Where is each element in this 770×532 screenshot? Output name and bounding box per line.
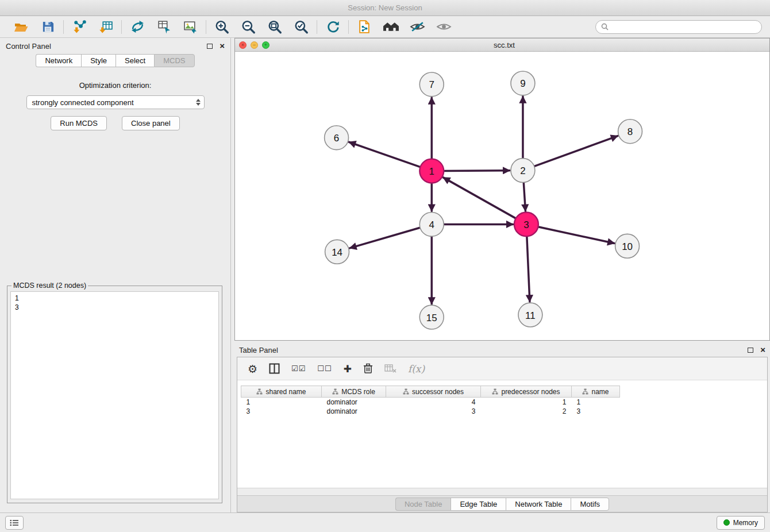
node-1[interactable]: 1 <box>419 159 444 183</box>
edge-1-2[interactable] <box>444 171 510 171</box>
table-cell[interactable]: dominator <box>322 407 386 416</box>
refresh-layout-button[interactable] <box>324 18 341 36</box>
optimization-criterion-select[interactable]: strongly connected component <box>26 95 205 109</box>
table-row[interactable]: 3dominator323 <box>241 407 620 416</box>
table-cell[interactable]: 1 <box>481 398 572 407</box>
tab-style[interactable]: Style <box>81 54 116 67</box>
export-document-icon <box>357 20 372 34</box>
table-panel: Table Panel × ⚙ ☑☑ ☐☐ ✚ <box>234 343 770 512</box>
node-4[interactable]: 4 <box>419 212 444 236</box>
float-table-panel-icon[interactable] <box>748 348 753 353</box>
delete-table-button[interactable] <box>384 364 396 373</box>
column-header-name[interactable]: name <box>572 386 620 398</box>
column-header-successor-nodes[interactable]: successor nodes <box>386 386 481 398</box>
node-table-area[interactable]: shared nameMCDS rolesuccessor nodesprede… <box>237 380 767 488</box>
export-image-button[interactable] <box>182 18 199 36</box>
node-2[interactable]: 2 <box>511 159 535 183</box>
window-close-icon[interactable]: × <box>239 41 247 49</box>
table-tab-node-table[interactable]: Node Table <box>395 498 451 511</box>
edge-4-14[interactable] <box>350 228 420 248</box>
table-tab-edge-table[interactable]: Edge Table <box>451 498 506 511</box>
search-box[interactable] <box>595 20 762 34</box>
mcds-result-list[interactable]: 13 <box>10 291 219 499</box>
table-cell[interactable]: 1 <box>241 398 322 407</box>
edge-3-11[interactable] <box>527 237 530 302</box>
unselect-all-button[interactable]: ☐☐ <box>317 364 332 373</box>
import-network-from-database-button[interactable] <box>129 18 146 36</box>
mcds-result-item: 1 <box>15 294 214 303</box>
float-control-panel-icon[interactable] <box>207 44 213 49</box>
table-cell[interactable]: 4 <box>386 398 481 407</box>
tab-mcds[interactable]: MCDS <box>154 54 194 67</box>
network-window-titlebar[interactable]: × − + scc.txt <box>235 38 769 52</box>
memory-button[interactable]: Memory <box>717 516 765 530</box>
table-tab-network-table[interactable]: Network Table <box>506 498 571 511</box>
node-15[interactable]: 15 <box>419 305 444 329</box>
table-cell[interactable]: 2 <box>481 407 572 416</box>
zoom-out-button[interactable] <box>240 18 257 36</box>
create-network-view-button[interactable] <box>155 18 172 36</box>
close-panel-button[interactable]: Close panel <box>122 116 180 130</box>
close-control-panel-icon[interactable]: × <box>220 43 225 49</box>
svg-text:9: 9 <box>520 78 525 89</box>
selected-option: strongly connected component <box>32 98 196 107</box>
edge-2-3[interactable] <box>523 183 525 211</box>
edge-2-8[interactable] <box>535 136 618 167</box>
edge-3-10[interactable] <box>538 227 614 243</box>
add-row-button[interactable]: ✚ <box>344 363 352 375</box>
node-9[interactable]: 9 <box>511 71 535 95</box>
show-columns-button[interactable] <box>269 363 280 374</box>
table-cell[interactable]: 3 <box>241 407 322 416</box>
window-zoom-icon[interactable]: + <box>262 41 270 49</box>
table-settings-button[interactable]: ⚙ <box>248 363 257 375</box>
node-11[interactable]: 11 <box>518 303 542 327</box>
open-file-button[interactable] <box>13 18 30 36</box>
show-style-button[interactable] <box>409 18 426 36</box>
search-input[interactable] <box>611 23 756 31</box>
node-3[interactable]: 3 <box>514 212 538 236</box>
task-history-button[interactable] <box>5 516 24 530</box>
zoom-selected-button[interactable] <box>292 18 310 36</box>
node-7[interactable]: 7 <box>419 72 444 97</box>
import-table-icon <box>99 20 113 34</box>
delete-row-button[interactable] <box>363 363 373 374</box>
table-horizontal-scrollbar[interactable] <box>237 488 767 495</box>
column-header-predecessor-nodes[interactable]: predecessor nodes <box>481 386 572 398</box>
table-cell[interactable]: 3 <box>572 407 620 416</box>
edge-1-6[interactable] <box>349 142 419 167</box>
node-10[interactable]: 10 <box>615 234 640 258</box>
window-minimize-icon[interactable]: − <box>251 41 258 49</box>
node-8[interactable]: 8 <box>618 119 642 144</box>
close-table-panel-icon[interactable]: × <box>760 347 765 353</box>
node-14[interactable]: 14 <box>325 240 349 264</box>
zoom-out-icon <box>241 20 256 34</box>
edge-3-1[interactable] <box>443 178 515 218</box>
run-mcds-button[interactable]: Run MCDS <box>51 116 107 130</box>
table-cell[interactable]: 3 <box>386 407 481 416</box>
table-row[interactable]: 1dominator411 <box>241 398 620 407</box>
import-table-from-file-button[interactable] <box>97 18 114 36</box>
column-header-shared-name[interactable]: shared name <box>241 386 322 398</box>
zoom-fit-button[interactable] <box>266 18 283 36</box>
select-all-button[interactable]: ☑☑ <box>291 364 306 373</box>
first-neighbors-button[interactable] <box>382 18 399 36</box>
open-folder-icon <box>14 20 29 34</box>
column-tree-icon <box>332 388 338 395</box>
column-header-MCDS-role[interactable]: MCDS role <box>322 386 386 398</box>
table-cell[interactable]: 1 <box>572 398 620 407</box>
show-hide-graphics-button[interactable] <box>435 18 452 36</box>
network-canvas[interactable]: 7968124314101511 <box>235 52 769 340</box>
network-graph[interactable]: 7968124314101511 <box>235 52 769 340</box>
import-network-from-file-button[interactable] <box>71 18 88 36</box>
table-cell[interactable]: dominator <box>322 398 386 407</box>
export-network-button[interactable] <box>356 18 373 36</box>
save-session-button[interactable] <box>39 18 56 36</box>
memory-label: Memory <box>733 519 758 527</box>
tab-network[interactable]: Network <box>36 54 81 67</box>
tab-select[interactable]: Select <box>116 54 154 67</box>
table-tab-motifs[interactable]: Motifs <box>571 498 609 511</box>
zoom-in-button[interactable] <box>213 18 230 36</box>
svg-text:1: 1 <box>429 166 434 177</box>
node-6[interactable]: 6 <box>325 126 349 150</box>
apply-function-button[interactable]: f(x) <box>408 363 425 375</box>
